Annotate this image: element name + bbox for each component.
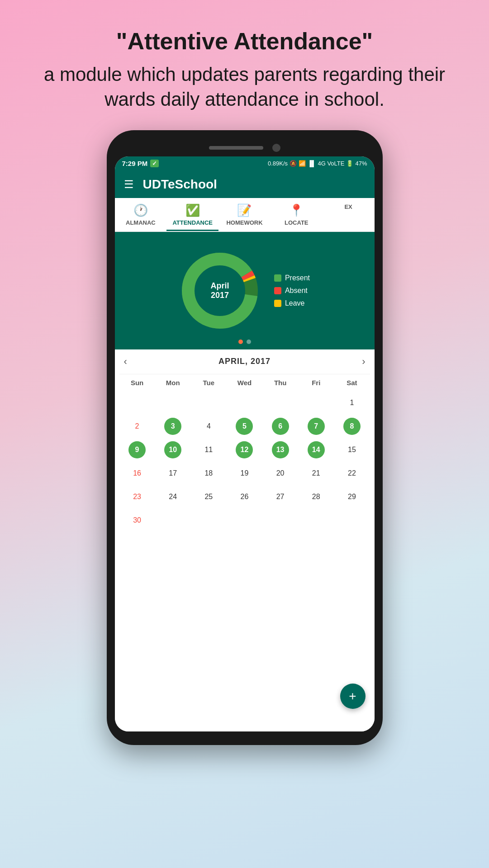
day-11[interactable]: 11 <box>191 438 227 462</box>
status-right: 0.89K/s 🔕 📶 ▐▌ 4G VoLTE 🔋 47% <box>268 160 367 167</box>
calendar-section: ‹ APRIL, 2017 › Sun Mon Tue Wed Thu Fri … <box>115 349 375 731</box>
day-empty <box>119 391 155 415</box>
header-fri: Fri <box>298 374 334 391</box>
day-empty <box>298 391 334 415</box>
day-19[interactable]: 19 <box>227 462 262 485</box>
homework-icon: 📝 <box>237 203 252 217</box>
tagline-body: a module which updates parents regarding… <box>36 62 453 112</box>
day-20[interactable]: 20 <box>262 462 298 485</box>
next-month-button[interactable]: › <box>362 356 365 368</box>
day-29[interactable]: 29 <box>334 485 370 509</box>
present-dot <box>274 274 281 282</box>
app-header: ☰ UDTeSchool <box>115 171 375 198</box>
tab-almanac[interactable]: 🕐 ALMANAC <box>115 198 167 231</box>
tab-ex[interactable]: EX <box>323 198 375 231</box>
day-10[interactable]: 10 <box>155 438 191 462</box>
day-22[interactable]: 22 <box>334 462 370 485</box>
day-empty-35 <box>298 509 334 532</box>
phone-speaker <box>209 146 263 150</box>
attendance-icon: ✅ <box>185 203 200 217</box>
calendar-nav: ‹ APRIL, 2017 › <box>119 349 370 374</box>
calendar-grid: Sun Mon Tue Wed Thu Fri Sat 1 2 3 4 5 <box>119 374 370 532</box>
tagline-section: "Attentive Attendance" a module which up… <box>0 0 489 130</box>
day-8[interactable]: 8 <box>334 415 370 438</box>
phone-camera <box>272 144 280 152</box>
day-2[interactable]: 2 <box>119 415 155 438</box>
signal-icon: ▐▌ <box>308 160 316 167</box>
phone-notch <box>115 144 375 152</box>
header-thu: Thu <box>262 374 298 391</box>
day-4[interactable]: 4 <box>191 415 227 438</box>
day-empty-34 <box>262 509 298 532</box>
day-empty-36 <box>334 509 370 532</box>
prev-month-button[interactable]: ‹ <box>124 356 127 368</box>
wifi-icon: 📶 <box>299 160 306 167</box>
tab-homework[interactable]: 📝 HOMEWORK <box>218 198 271 231</box>
legend-leave: Leave <box>274 299 310 307</box>
day-3[interactable]: 3 <box>155 415 191 438</box>
day-5[interactable]: 5 <box>227 415 262 438</box>
day-empty <box>191 391 227 415</box>
chart-section: April 2017 Present Absent Leave <box>115 232 375 349</box>
calendar-title: APRIL, 2017 <box>218 357 271 366</box>
battery-icon: 🔋 <box>346 160 353 167</box>
day-25[interactable]: 25 <box>191 485 227 509</box>
day-26[interactable]: 26 <box>227 485 262 509</box>
absent-dot <box>274 287 281 294</box>
header-mon: Mon <box>155 374 191 391</box>
carousel-dot-2[interactable] <box>247 340 251 344</box>
day-12[interactable]: 12 <box>227 438 262 462</box>
day-28[interactable]: 28 <box>298 485 334 509</box>
phone-frame: 7:29 PM ✓ 0.89K/s 🔕 📶 ▐▌ 4G VoLTE 🔋 47% … <box>107 130 383 745</box>
day-16[interactable]: 16 <box>119 462 155 485</box>
day-7[interactable]: 7 <box>298 415 334 438</box>
day-1[interactable]: 1 <box>334 391 370 415</box>
app-title: UDTeSchool <box>143 177 217 192</box>
day-6[interactable]: 6 <box>262 415 298 438</box>
carousel-dot-1[interactable] <box>238 340 243 344</box>
day-empty-32 <box>191 509 227 532</box>
carousel-dots <box>238 340 251 344</box>
day-18[interactable]: 18 <box>191 462 227 485</box>
status-time: 7:29 PM ✓ <box>122 160 159 167</box>
tabs-bar: 🕐 ALMANAC ✅ ATTENDANCE 📝 HOMEWORK 📍 LOCA… <box>115 198 375 232</box>
chart-legend: Present Absent Leave <box>274 274 310 307</box>
day-empty <box>262 391 298 415</box>
legend-absent: Absent <box>274 287 310 295</box>
day-14[interactable]: 14 <box>298 438 334 462</box>
day-empty-31 <box>155 509 191 532</box>
fab-add-button[interactable]: + <box>340 684 366 709</box>
mute-icon: 🔕 <box>290 160 297 167</box>
day-15[interactable]: 15 <box>334 438 370 462</box>
day-21[interactable]: 21 <box>298 462 334 485</box>
day-23[interactable]: 23 <box>119 485 155 509</box>
header-tue: Tue <box>191 374 227 391</box>
day-13[interactable]: 13 <box>262 438 298 462</box>
donut-chart: April 2017 <box>179 250 261 331</box>
tab-attendance[interactable]: ✅ ATTENDANCE <box>166 198 218 231</box>
header-sat: Sat <box>334 374 370 391</box>
legend-present: Present <box>274 274 310 282</box>
leave-dot <box>274 300 281 307</box>
day-9[interactable]: 9 <box>119 438 155 462</box>
tab-locate[interactable]: 📍 LOCATE <box>271 198 323 231</box>
phone-screen: 7:29 PM ✓ 0.89K/s 🔕 📶 ▐▌ 4G VoLTE 🔋 47% … <box>115 156 375 731</box>
day-24[interactable]: 24 <box>155 485 191 509</box>
header-wed: Wed <box>227 374 262 391</box>
day-empty-33 <box>227 509 262 532</box>
almanac-icon: 🕐 <box>133 203 148 217</box>
day-17[interactable]: 17 <box>155 462 191 485</box>
locate-icon: 📍 <box>289 203 304 217</box>
day-27[interactable]: 27 <box>262 485 298 509</box>
hamburger-menu[interactable]: ☰ <box>124 178 134 191</box>
day-empty <box>155 391 191 415</box>
day-empty <box>227 391 262 415</box>
header-sun: Sun <box>119 374 155 391</box>
status-icon: ✓ <box>150 160 159 167</box>
day-30[interactable]: 30 <box>119 509 155 532</box>
tagline-title: "Attentive Attendance" <box>36 27 453 55</box>
donut-center-label: April 2017 <box>210 281 229 300</box>
status-bar: 7:29 PM ✓ 0.89K/s 🔕 📶 ▐▌ 4G VoLTE 🔋 47% <box>115 156 375 171</box>
